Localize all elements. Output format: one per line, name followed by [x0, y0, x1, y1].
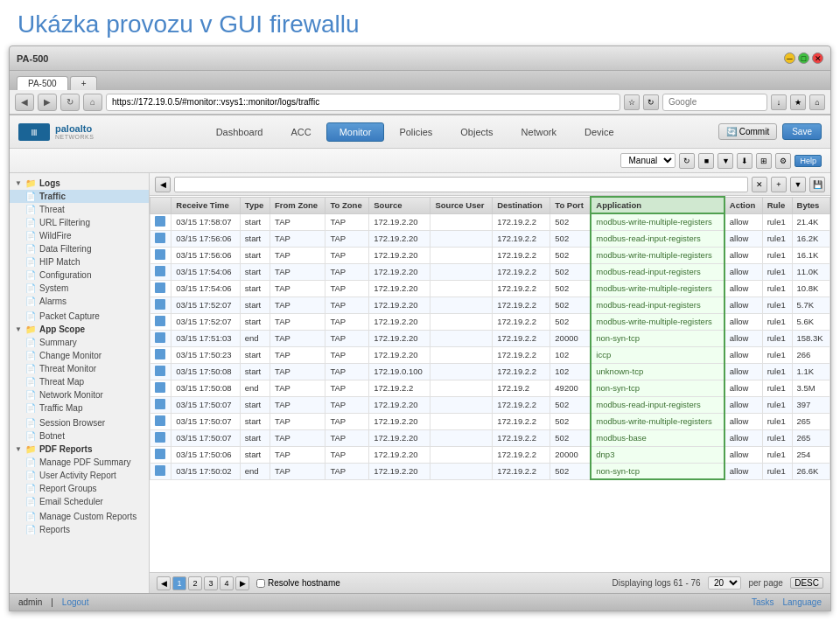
minimize-button[interactable]: ─: [784, 52, 795, 64]
sidebar-group-header-logs[interactable]: ▼📁 Logs: [10, 177, 149, 190]
table-row[interactable]: 03/15 17:50:06startTAPTAP172.19.2.20172.…: [150, 446, 830, 463]
sidebar-item-wildfire[interactable]: 📄 WildFire: [10, 229, 149, 242]
browser-tab-active[interactable]: PA-500: [17, 76, 68, 90]
log-search-input[interactable]: [174, 177, 748, 192]
log-save-icon[interactable]: 💾: [809, 177, 825, 192]
page-button-4[interactable]: 4: [220, 576, 234, 590]
table-row[interactable]: 03/15 17:52:07startTAPTAP172.19.2.20172.…: [150, 297, 830, 313]
nav-item-device[interactable]: Device: [571, 122, 627, 142]
sidebar-item-report-groups[interactable]: 📄 Report Groups: [10, 482, 149, 495]
log-clear-filter[interactable]: ✕: [752, 177, 767, 192]
commit-button[interactable]: 🔄 Commit: [718, 123, 777, 140]
log-add-filter[interactable]: +: [771, 177, 787, 192]
save-button[interactable]: Save: [782, 123, 822, 140]
sidebar-item-threat[interactable]: 📄 Threat: [10, 203, 149, 216]
table-cell: allow: [724, 463, 762, 479]
nav-item-objects[interactable]: Objects: [447, 122, 506, 142]
refresh-logs-button[interactable]: ↻: [679, 153, 695, 169]
language-link[interactable]: Language: [783, 597, 822, 607]
sidebar-item-threat-map[interactable]: 📄 Threat Map: [10, 375, 149, 388]
log-nav-back[interactable]: ◀: [155, 177, 171, 192]
table-row[interactable]: 03/15 17:54:06startTAPTAP172.19.2.20172.…: [150, 263, 830, 280]
browser-new-tab[interactable]: +: [70, 76, 98, 90]
sidebar-item-change-monitor[interactable]: 📄 Change Monitor: [10, 349, 149, 362]
sidebar-item-threat-monitor[interactable]: 📄 Threat Monitor: [10, 362, 149, 375]
table-row[interactable]: 03/15 17:50:07startTAPTAP172.19.2.20172.…: [150, 429, 830, 446]
stop-button[interactable]: ■: [698, 153, 714, 169]
close-button[interactable]: ✕: [812, 52, 823, 64]
sidebar-item-packet-capture[interactable]: 📄 Packet Capture: [10, 310, 149, 323]
manual-select[interactable]: Manual: [620, 153, 676, 168]
settings-icon[interactable]: ⚙: [775, 153, 791, 169]
address-bar[interactable]: [106, 94, 620, 111]
table-row[interactable]: 03/15 17:50:23startTAPTAP172.19.2.20172.…: [150, 346, 830, 363]
browser-search-input[interactable]: [662, 94, 767, 111]
sidebar-item-summary[interactable]: 📄 Summary: [10, 336, 149, 349]
fw-sidebar: ▼📁 Logs📄 Traffic📄 Threat📄 URL Filtering📄…: [10, 173, 150, 593]
sidebar-item-url-filtering[interactable]: 📄 URL Filtering: [10, 216, 149, 229]
sidebar-item-reports[interactable]: 📄 Reports: [10, 523, 149, 536]
tasks-link[interactable]: Tasks: [752, 597, 774, 607]
sidebar-item-manage-custom-reports[interactable]: 📄 Manage Custom Reports: [10, 510, 149, 523]
sidebar-group-header-pdf-reports[interactable]: ▼📁 PDF Reports: [10, 443, 149, 456]
sidebar-item-data-filtering[interactable]: 📄 Data Filtering: [10, 242, 149, 255]
table-cell: 502: [550, 429, 591, 446]
prev-page-button[interactable]: ◀: [157, 576, 171, 590]
next-page-button[interactable]: ▶: [235, 576, 249, 590]
sidebar-item-alarms[interactable]: 📄 Alarms: [10, 295, 149, 308]
back-button[interactable]: ◀: [15, 94, 34, 111]
browser-star-icon[interactable]: ☆: [624, 94, 640, 110]
sidebar-item-system[interactable]: 📄 System: [10, 282, 149, 295]
table-row[interactable]: 03/15 17:54:06startTAPTAP172.19.2.20172.…: [150, 280, 830, 297]
sidebar-item-email-scheduler[interactable]: 📄 Email Scheduler: [10, 495, 149, 508]
refresh-button[interactable]: ↻: [60, 94, 80, 111]
home-icon2[interactable]: ⌂: [809, 94, 825, 110]
table-cell: rule1: [762, 280, 792, 297]
nav-item-policies[interactable]: Policies: [386, 122, 445, 142]
nav-item-monitor[interactable]: Monitor: [326, 122, 385, 142]
table-row[interactable]: 03/15 17:56:06startTAPTAP172.19.2.20172.…: [150, 247, 830, 263]
page-button-3[interactable]: 3: [204, 576, 218, 590]
table-row[interactable]: 03/15 17:58:07startTAPTAP172.19.2.20172.…: [150, 213, 830, 230]
table-row[interactable]: 03/15 17:50:02endTAPTAP172.19.2.20172.19…: [150, 463, 830, 479]
sidebar-item-manage-pdf-summary[interactable]: 📄 Manage PDF Summary: [10, 456, 149, 469]
nav-item-network[interactable]: Network: [508, 122, 570, 142]
export-button[interactable]: ⬇: [737, 153, 752, 169]
sidebar-item-botnet[interactable]: 📄 Botnet: [10, 429, 149, 443]
home-button[interactable]: ⌂: [83, 94, 102, 111]
sidebar-item-configuration[interactable]: 📄 Configuration: [10, 269, 149, 282]
log-filter-icon[interactable]: ▼: [790, 177, 806, 192]
columns-button[interactable]: ⊞: [756, 153, 772, 169]
resolve-hostname-checkbox[interactable]: [256, 579, 265, 588]
table-cell: start: [240, 213, 270, 230]
table-row[interactable]: 03/15 17:51:03endTAPTAP172.19.2.20172.19…: [150, 330, 830, 346]
sidebar-item-user-activity-report[interactable]: 📄 User Activity Report: [10, 469, 149, 482]
nav-item-acc[interactable]: ACC: [277, 122, 324, 142]
table-cell: TAP: [326, 297, 369, 313]
desc-button[interactable]: DESC: [790, 577, 823, 589]
table-row[interactable]: 03/15 17:56:06startTAPTAP172.19.2.20172.…: [150, 230, 830, 247]
table-row[interactable]: 03/15 17:50:07startTAPTAP172.19.2.20172.…: [150, 396, 830, 413]
sidebar-item-traffic-map[interactable]: 📄 Traffic Map: [10, 401, 149, 415]
table-row[interactable]: 03/15 17:50:08endTAPTAP172.19.2.2172.19.…: [150, 380, 830, 396]
help-button[interactable]: Help: [794, 155, 822, 167]
nav-item-dashboard[interactable]: Dashboard: [203, 122, 276, 142]
logout-link[interactable]: Logout: [62, 597, 89, 607]
table-row[interactable]: 03/15 17:50:07startTAPTAP172.19.2.20172.…: [150, 413, 830, 429]
page-button-1[interactable]: 1: [172, 576, 186, 590]
forward-button[interactable]: ▶: [38, 94, 57, 111]
table-row[interactable]: 03/15 17:52:07startTAPTAP172.19.2.20172.…: [150, 313, 830, 330]
sidebar-item-network-monitor[interactable]: 📄 Network Monitor: [10, 388, 149, 401]
page-button-2[interactable]: 2: [188, 576, 202, 590]
browser-refresh-icon[interactable]: ↻: [643, 94, 659, 110]
bookmarks-icon[interactable]: ★: [790, 94, 806, 110]
downloads-icon[interactable]: ↓: [771, 94, 787, 110]
table-row[interactable]: 03/15 17:50:08startTAPTAP172.19.0.100172…: [150, 363, 830, 380]
sidebar-item-traffic[interactable]: 📄 Traffic: [10, 190, 149, 203]
sidebar-item-hip-match[interactable]: 📄 HIP Match: [10, 255, 149, 269]
sidebar-item-session-browser[interactable]: 📄 Session Browser: [10, 416, 149, 429]
filter-button[interactable]: ▼: [718, 153, 733, 169]
maximize-button[interactable]: □: [798, 52, 809, 64]
per-page-select[interactable]: 20: [708, 576, 741, 590]
sidebar-group-header-app-scope[interactable]: ▼📁 App Scope: [10, 323, 149, 336]
